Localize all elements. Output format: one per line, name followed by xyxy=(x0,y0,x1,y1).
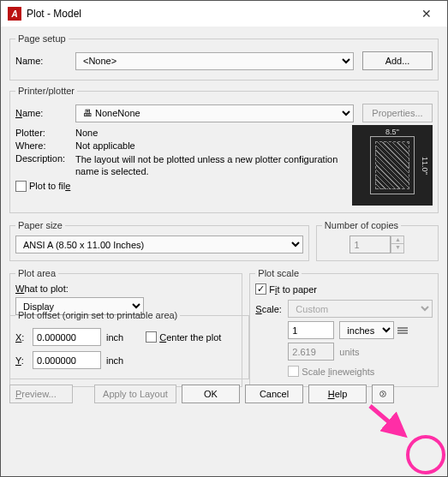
svg-line-1 xyxy=(370,406,404,435)
cancel-button[interactable]: Cancel xyxy=(245,385,303,403)
apply-to-layout-button: Apply to Layout xyxy=(94,385,176,403)
expand-options-button[interactable] xyxy=(372,385,394,403)
scale-den-unit: units xyxy=(339,347,359,357)
page-setup-name-label: Name: xyxy=(15,56,75,66)
copies-legend: Number of copies xyxy=(322,220,401,230)
plotter-value: None xyxy=(75,128,98,138)
printer-group: Printer/plotter Name: 🖶 NoneNone Propert… xyxy=(9,86,439,213)
plot-to-file-checkbox[interactable]: Plot to file xyxy=(15,181,70,192)
help-button[interactable]: Help xyxy=(308,385,367,403)
printer-name-label: Name: xyxy=(15,108,75,118)
window-title: Plot - Model xyxy=(27,8,408,20)
paper-size-legend: Paper size xyxy=(15,220,65,230)
page-setup-group: Page setup Name: <None> Add... xyxy=(9,33,439,80)
printer-name-select[interactable]: 🖶 NoneNone xyxy=(75,104,354,122)
scale-denominator-input xyxy=(288,343,334,361)
copies-group: Number of copies ▲ ▼ xyxy=(316,220,439,261)
dialog-button-row: Preview... Apply to Layout OK Cancel Hel… xyxy=(9,385,439,403)
offset-x-input[interactable] xyxy=(33,328,101,346)
plot-offset-legend: Plot offset (origin set to printable are… xyxy=(15,310,180,320)
scale-numerator-input[interactable] xyxy=(288,321,334,339)
plot-scale-legend: Plot scale xyxy=(255,268,302,278)
printer-properties-button: Properties... xyxy=(362,104,433,122)
center-plot-checkbox[interactable]: Center the plot xyxy=(146,331,221,343)
where-label: Where: xyxy=(15,140,75,151)
chevron-right-circle-icon xyxy=(379,390,386,398)
description-value: The layout will not be plotted unless a … xyxy=(75,153,347,178)
scale-lineweights-label: Scale lineweights xyxy=(302,367,374,377)
annotation-circle xyxy=(406,435,445,474)
app-logo-icon: A xyxy=(8,7,21,21)
paper-preview: 8.5'' 11.0'' xyxy=(352,125,433,206)
scale-unit-select[interactable]: inches xyxy=(339,321,394,339)
printer-legend: Printer/plotter xyxy=(15,86,77,96)
offset-y-label: Y: xyxy=(15,355,33,366)
copies-spin-down: ▼ xyxy=(391,244,403,252)
scale-grip-icon[interactable] xyxy=(397,325,408,336)
what-to-plot-label: What to plot: xyxy=(15,283,236,294)
copies-input xyxy=(349,236,391,253)
fit-to-paper-checkbox[interactable]: ✓ Fit to paper xyxy=(255,283,433,295)
plot-to-file-label: Plot to file xyxy=(29,181,70,191)
fit-to-paper-label: Fit to paper xyxy=(269,284,317,295)
paper-size-select[interactable]: ANSI A (8.50 x 11.00 Inches) xyxy=(15,236,303,253)
scale-label: Scale: xyxy=(255,304,288,314)
center-plot-label: Center the plot xyxy=(159,332,221,343)
offset-x-label: X: xyxy=(15,332,33,343)
scale-select: Custom xyxy=(288,300,433,318)
plot-area-legend: Plot area xyxy=(15,268,58,278)
plot-dialog: A Plot - Model ✕ Page setup Name: <None>… xyxy=(0,0,448,477)
ok-button[interactable]: OK xyxy=(182,385,240,403)
paper-height-label: 11.0'' xyxy=(421,126,429,205)
where-value: Not applicable xyxy=(75,140,135,151)
preview-button: Preview... xyxy=(9,385,73,403)
close-button[interactable]: ✕ xyxy=(408,2,445,26)
offset-y-unit: inch xyxy=(106,355,123,366)
page-setup-legend: Page setup xyxy=(15,33,69,44)
plot-scale-group: Plot scale ✓ Fit to paper Scale: Custom xyxy=(249,268,439,387)
svg-point-0 xyxy=(380,391,386,397)
description-label: Description: xyxy=(15,153,75,164)
copies-spin-up: ▲ xyxy=(391,236,403,244)
paper-size-group: Paper size ANSI A (8.50 x 11.00 Inches) xyxy=(9,220,309,261)
scale-lineweights-checkbox: Scale lineweights xyxy=(288,366,374,377)
page-setup-name-select[interactable]: <None> xyxy=(75,52,354,70)
offset-x-unit: inch xyxy=(106,332,123,343)
offset-y-input[interactable] xyxy=(33,351,101,369)
titlebar: A Plot - Model ✕ xyxy=(1,1,447,27)
annotation-arrow xyxy=(367,402,418,447)
plotter-label: Plotter: xyxy=(15,128,75,138)
page-setup-add-button[interactable]: Add... xyxy=(362,51,433,70)
